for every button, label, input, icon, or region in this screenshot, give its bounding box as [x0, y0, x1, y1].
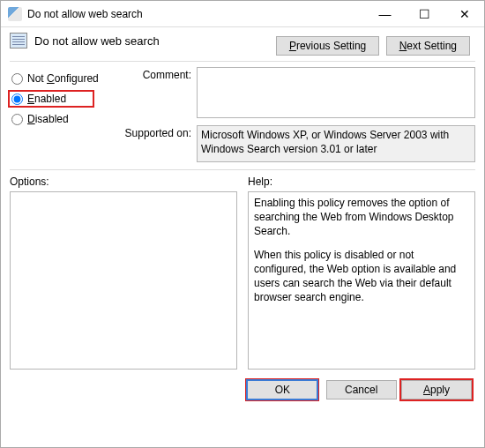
policy-title: Do not allow web search: [34, 33, 160, 48]
help-text: Enabling this policy removes the option …: [254, 196, 469, 239]
supported-on-value: Microsoft Windows XP, or Windows Server …: [197, 125, 475, 162]
options-label: Options:: [10, 175, 237, 191]
options-panel: [10, 191, 237, 370]
app-icon: [8, 7, 22, 21]
radio-disabled[interactable]: Disabled: [10, 111, 116, 129]
maximize-button[interactable]: ☐: [405, 1, 444, 26]
policy-icon: [10, 33, 27, 49]
window-title: Do not allow web search: [27, 8, 365, 20]
comment-label: Comment:: [116, 67, 197, 81]
apply-button[interactable]: Apply: [401, 380, 472, 399]
help-label: Help:: [248, 175, 475, 191]
help-panel: Enabling this policy removes the option …: [248, 191, 475, 370]
supported-on-label: Supported on:: [116, 125, 197, 139]
ok-button[interactable]: OK: [247, 380, 317, 399]
close-button[interactable]: ✕: [444, 1, 484, 26]
next-setting-button[interactable]: Next Setting: [386, 36, 470, 56]
state-radio-group: Not Configured Enabled Disabled: [10, 67, 116, 162]
previous-setting-button[interactable]: Previous Setting: [276, 36, 379, 56]
radio-not-configured[interactable]: Not Configured: [10, 71, 116, 88]
minimize-button[interactable]: —: [365, 1, 405, 26]
titlebar: Do not allow web search — ☐ ✕: [1, 1, 484, 27]
help-text: When this policy is disabled or not conf…: [254, 248, 469, 305]
cancel-button[interactable]: Cancel: [326, 380, 397, 399]
comment-textarea[interactable]: [197, 67, 475, 118]
radio-enabled[interactable]: Enabled: [10, 88, 116, 111]
dialog-footer: OK Cancel Apply: [1, 370, 484, 401]
